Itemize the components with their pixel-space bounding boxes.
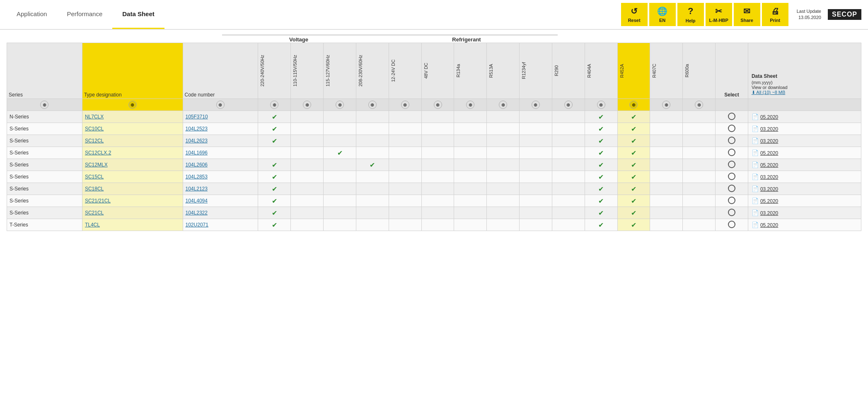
link-cell[interactable]: 104L2322 xyxy=(186,210,208,216)
table-row: S-SeriesSC10CL104L2523✔✔✔📄03.2020 xyxy=(7,123,861,135)
filter-code: ⊕ xyxy=(183,99,258,111)
link-cell[interactable]: 104L4094 xyxy=(186,198,208,204)
filter-r513a-btn[interactable]: ⊕ xyxy=(499,101,507,109)
table-row: S-SeriesSC12CL104L2623✔✔✔📄03.2020 xyxy=(7,135,861,147)
tab-performance[interactable]: Performance xyxy=(57,0,112,29)
filter-r404a-btn[interactable]: ⊕ xyxy=(597,101,605,109)
select-radio[interactable] xyxy=(728,125,735,132)
filter-v1224-btn[interactable]: ⊕ xyxy=(401,101,409,109)
datasheet-link[interactable]: 05.2020 xyxy=(760,114,778,120)
tab-datasheet[interactable]: Data Sheet xyxy=(112,0,164,29)
reset-icon: ↺ xyxy=(631,6,638,16)
datasheet-link[interactable]: 03.2020 xyxy=(760,186,778,192)
lmhbp-button[interactable]: ✂ L-M-HBP xyxy=(706,3,732,26)
link-cell[interactable]: SC10CL xyxy=(85,126,104,132)
datasheet-link[interactable]: 03.2020 xyxy=(760,174,778,180)
link-cell[interactable]: NL7CLX xyxy=(85,114,104,120)
link-cell[interactable]: SC21/21CL xyxy=(85,198,111,204)
table-row: S-SeriesSC18CL104L2123✔✔✔📄03.2020 xyxy=(7,183,861,195)
table-row: N-SeriesNL7CLX105F3710✔✔✔📄05.2020 xyxy=(7,111,861,123)
filter-type-btn[interactable]: ⊕ xyxy=(128,101,137,109)
th-select: Select xyxy=(716,43,748,99)
secop-logo: SECOP xyxy=(828,9,861,20)
select-radio[interactable] xyxy=(728,149,735,156)
datasheet-link[interactable]: 05.2020 xyxy=(760,150,778,156)
table-row: S-SeriesSC12MLX104L2606✔✔✔✔📄05.2020 xyxy=(7,159,861,171)
th-r513a: R513A xyxy=(487,43,520,99)
datasheet-link[interactable]: 05.2020 xyxy=(760,162,778,168)
link-cell[interactable]: TL4CL xyxy=(85,222,100,228)
filter-type: ⊕ xyxy=(82,99,183,111)
filter-v220-btn[interactable]: ⊕ xyxy=(270,101,278,109)
filter-v48-btn[interactable]: ⊕ xyxy=(434,101,442,109)
pdf-icon: 📄 xyxy=(752,149,759,156)
filter-series-btn[interactable]: ⊕ xyxy=(40,101,48,109)
link-cell[interactable]: SC12CLX.2 xyxy=(85,150,111,156)
data-table: Series Type designation Code number 220-… xyxy=(7,43,861,231)
datasheet-link[interactable]: 03.2020 xyxy=(760,138,778,144)
select-radio[interactable] xyxy=(728,209,735,216)
filter-v208-btn[interactable]: ⊕ xyxy=(368,101,377,109)
link-cell[interactable]: SC12CL xyxy=(85,138,104,144)
th-12-24v-dc: 12-24V DC xyxy=(389,43,421,99)
select-radio[interactable] xyxy=(728,185,735,192)
filter-r452a-btn[interactable]: ⊕ xyxy=(629,101,638,109)
column-header-row: Series Type designation Code number 220-… xyxy=(7,43,861,99)
datasheet-link[interactable]: 03.2020 xyxy=(760,126,778,132)
tab-application[interactable]: Application xyxy=(7,0,57,29)
download-all-link[interactable]: ⬇ All (10) ~8 MB xyxy=(752,90,858,95)
link-cell[interactable]: SC18CL xyxy=(85,186,104,192)
share-button[interactable]: ✉ Share xyxy=(734,3,760,26)
link-cell[interactable]: SC15CL xyxy=(85,174,104,180)
refrigerant-section-label: Refrigerant xyxy=(375,35,558,43)
th-series: Series xyxy=(7,43,82,99)
link-cell[interactable]: 104L2623 xyxy=(186,138,208,144)
header-actions: ↺ Reset 🌐 EN ? Help ✂ L-M-HBP ✉ Share 🖨 … xyxy=(621,3,861,26)
link-cell[interactable]: 104L2853 xyxy=(186,174,208,180)
print-button[interactable]: 🖨 Print xyxy=(762,3,788,26)
link-cell[interactable]: 105F3710 xyxy=(186,114,208,120)
th-220-240v-50hz: 220-240V/50Hz xyxy=(258,43,291,99)
link-cell[interactable]: SC21CL xyxy=(85,210,104,216)
filter-r1234yf-btn[interactable]: ⊕ xyxy=(532,101,540,109)
filter-series: ⊕ xyxy=(7,99,82,111)
link-cell[interactable]: 102U2071 xyxy=(186,222,208,228)
link-cell[interactable]: 104L2606 xyxy=(186,162,208,168)
filter-code-btn[interactable]: ⊕ xyxy=(216,101,225,109)
filter-r134a-btn[interactable]: ⊕ xyxy=(466,101,474,109)
pdf-icon: 📄 xyxy=(752,173,759,180)
th-r404a: R404A xyxy=(585,43,617,99)
filter-v115-btn[interactable]: ⊕ xyxy=(336,101,344,109)
select-radio[interactable] xyxy=(728,197,735,204)
globe-icon: 🌐 xyxy=(657,6,667,16)
filter-r290-btn[interactable]: ⊕ xyxy=(564,101,573,109)
link-cell[interactable]: SC12MLX xyxy=(85,162,108,168)
nav-tabs: Application Performance Data Sheet xyxy=(7,0,164,29)
header: Application Performance Data Sheet ↺ Res… xyxy=(0,0,868,30)
table-row: S-SeriesSC21CL104L2322✔✔✔📄03.2020 xyxy=(7,207,861,219)
select-radio[interactable] xyxy=(728,173,735,180)
table-row: S-SeriesSC12CLX.2104L1696✔✔✔📄05.2020 xyxy=(7,147,861,159)
datasheet-link[interactable]: 05.2020 xyxy=(760,222,778,228)
en-button[interactable]: 🌐 EN xyxy=(649,3,676,26)
select-radio[interactable] xyxy=(728,137,735,144)
filter-r600a-btn[interactable]: ⊕ xyxy=(695,101,703,109)
filter-r407c-btn[interactable]: ⊕ xyxy=(662,101,670,109)
help-button[interactable]: ? Help xyxy=(677,3,704,26)
select-radio[interactable] xyxy=(728,113,735,120)
th-48v-dc: 48V DC xyxy=(421,43,454,99)
link-cell[interactable]: 104L2123 xyxy=(186,186,208,192)
th-r134a: R134a xyxy=(454,43,487,99)
th-208-230v-60hz: 208-230V/60Hz xyxy=(356,43,389,99)
filter-v110-btn[interactable]: ⊕ xyxy=(303,101,311,109)
link-cell[interactable]: 104L2523 xyxy=(186,126,208,132)
pdf-icon: 📄 xyxy=(752,209,759,216)
content-area: Voltage Refrigerant xyxy=(0,30,868,236)
select-radio[interactable] xyxy=(728,221,735,228)
link-cell[interactable]: 104L1696 xyxy=(186,150,208,156)
select-radio[interactable] xyxy=(728,161,735,168)
reset-button[interactable]: ↺ Reset xyxy=(621,3,648,26)
help-icon: ? xyxy=(688,6,693,17)
datasheet-link[interactable]: 03.2020 xyxy=(760,210,778,216)
datasheet-link[interactable]: 05.2020 xyxy=(760,198,778,204)
